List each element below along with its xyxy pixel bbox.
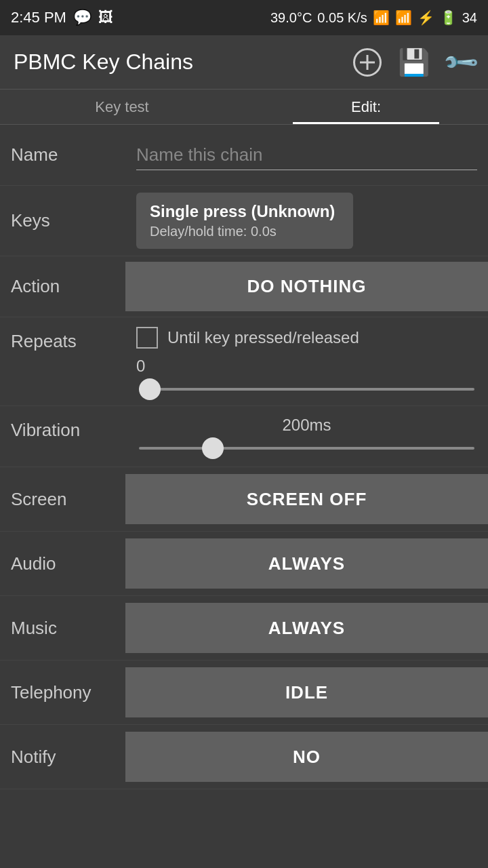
signal-icon: 📶 <box>395 9 412 26</box>
checkbox-label: Until key pressed/released <box>167 328 359 347</box>
status-time: 2:45 PM <box>11 9 66 26</box>
keys-card[interactable]: Single press (Unknown) Delay/hold time: … <box>136 193 353 249</box>
action-row: Action DO NOTHING <box>0 256 488 317</box>
audio-button[interactable]: ALWAYS <box>125 538 488 589</box>
screen-button[interactable]: SCREEN OFF <box>125 474 488 524</box>
action-button[interactable]: DO NOTHING <box>125 262 488 311</box>
repeat-value: 0 <box>136 357 477 376</box>
image-icon: 🖼 <box>98 9 113 26</box>
status-left: 2:45 PM 💬 🖼 <box>11 9 113 26</box>
vibration-section: Vibration 200ms <box>0 406 488 467</box>
repeats-section: Repeats Until key pressed/released 0 <box>0 317 488 406</box>
keys-card-title: Single press (Unknown) <box>150 202 340 221</box>
keys-label: Keys <box>0 186 125 256</box>
name-label: Name <box>0 125 125 185</box>
battery-level: 34 <box>462 10 477 26</box>
messenger-icon: 💬 <box>73 9 92 26</box>
app-title: PBMC Key Chains <box>14 50 193 75</box>
vibration-label: Vibration <box>0 406 125 467</box>
toolbar-icons: 💾 🔧 <box>353 47 474 77</box>
tab-edit[interactable]: Edit: <box>244 90 488 124</box>
status-right: 39.0°C 0.05 K/s 📶 📶 ⚡ 🔋 34 <box>270 9 477 26</box>
name-input[interactable] <box>136 140 477 170</box>
repeats-top: Repeats Until key pressed/released 0 <box>0 317 488 406</box>
audio-label: Audio <box>0 532 125 595</box>
toolbar: PBMC Key Chains 💾 🔧 <box>0 35 488 90</box>
repeats-checkbox[interactable] <box>136 327 158 349</box>
checkbox-row: Until key pressed/released <box>136 327 477 349</box>
data-speed: 0.05 K/s <box>317 10 367 26</box>
repeats-slider-container <box>136 381 477 393</box>
telephony-button[interactable]: IDLE <box>125 667 488 717</box>
repeats-right: Until key pressed/released 0 <box>125 317 488 406</box>
screen-label: Screen <box>0 467 125 531</box>
tab-key-test[interactable]: Key test <box>0 90 244 124</box>
audio-row: Audio ALWAYS <box>0 532 488 596</box>
notify-row: Notify NO <box>0 725 488 789</box>
repeats-label: Repeats <box>0 317 125 406</box>
save-button[interactable]: 💾 <box>398 47 430 77</box>
vibration-slider-container <box>136 440 477 452</box>
status-bar: 2:45 PM 💬 🖼 39.0°C 0.05 K/s 📶 📶 ⚡ 🔋 34 <box>0 0 488 35</box>
action-label: Action <box>0 256 125 317</box>
name-input-container <box>125 125 488 185</box>
music-label: Music <box>0 596 125 660</box>
battery-icon: 🔋 <box>440 9 457 26</box>
tab-bar: Key test Edit: <box>0 90 488 125</box>
notify-button[interactable]: NO <box>125 732 488 782</box>
repeats-slider[interactable] <box>139 388 474 391</box>
keys-content: Single press (Unknown) Delay/hold time: … <box>125 186 488 256</box>
keys-row: Keys Single press (Unknown) Delay/hold t… <box>0 186 488 256</box>
telephony-row: Telephony IDLE <box>0 660 488 725</box>
temperature: 39.0°C <box>270 10 312 26</box>
settings-button[interactable]: 🔧 <box>441 43 480 82</box>
music-button[interactable]: ALWAYS <box>125 603 488 653</box>
edit-content: Name Keys Single press (Unknown) Delay/h… <box>0 125 488 789</box>
keys-card-sub: Delay/hold time: 0.0s <box>150 224 340 239</box>
notify-label: Notify <box>0 725 125 789</box>
vibration-slider[interactable] <box>139 447 474 450</box>
music-row: Music ALWAYS <box>0 596 488 660</box>
wifi-icon: 📶 <box>373 9 390 26</box>
vibration-right: 200ms <box>125 406 488 467</box>
name-row: Name <box>0 125 488 186</box>
screen-row: Screen SCREEN OFF <box>0 467 488 532</box>
telephony-label: Telephony <box>0 660 125 724</box>
charge-icon: ⚡ <box>418 9 434 26</box>
add-button[interactable] <box>353 48 382 77</box>
vibration-value: 200ms <box>136 416 477 435</box>
